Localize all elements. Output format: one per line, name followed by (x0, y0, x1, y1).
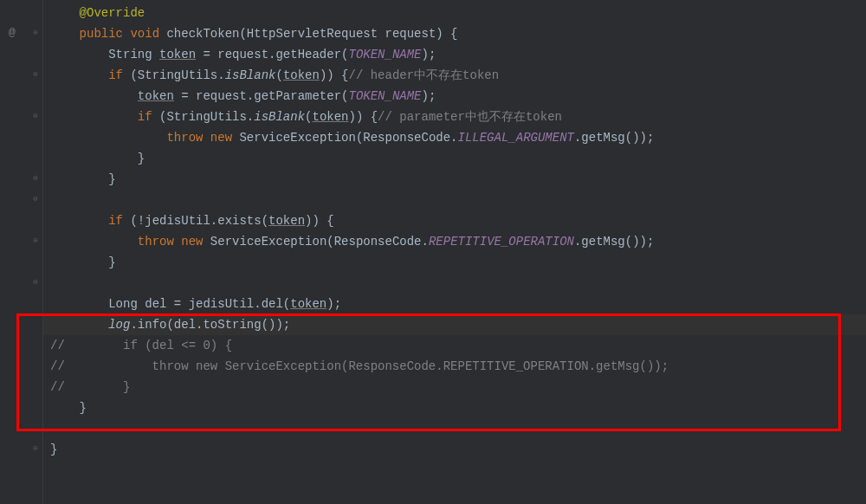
fold-icon[interactable]: ⊖ (31, 273, 40, 290)
fold-icon[interactable]: ⊖ (31, 65, 40, 82)
fold-icon[interactable]: ⊖ (31, 169, 40, 186)
code-line[interactable]: token = request.getParameter(TOKEN_NAME)… (43, 86, 866, 107)
code-line[interactable]: // throw new ServiceException(ResponseCo… (43, 356, 866, 377)
code-line[interactable]: public void checkToken(HttpServletReques… (43, 23, 866, 44)
code-line[interactable] (43, 190, 866, 210)
code-line[interactable]: String token = request.getHeader(TOKEN_N… (43, 44, 866, 65)
code-line[interactable]: log.info(del.toString()); (43, 314, 866, 335)
code-area[interactable]: @Override public void checkToken(HttpSer… (43, 0, 866, 504)
annotation (50, 6, 80, 20)
code-line[interactable]: if (!jedisUtil.exists(token)) { (43, 210, 866, 231)
fold-icon[interactable]: ⊖ (31, 107, 40, 124)
code-line[interactable]: // if (del <= 0) { (43, 335, 866, 356)
override-icon: @ (5, 23, 19, 41)
code-line[interactable] (43, 418, 866, 439)
code-line[interactable]: if (StringUtils.isBlank(token)) {// head… (43, 65, 866, 86)
fold-icon[interactable]: ⊖ (31, 231, 40, 249)
fold-icon[interactable]: ⊖ (31, 23, 40, 41)
code-line[interactable]: throw new ServiceException(ResponseCode.… (43, 127, 866, 148)
code-line[interactable]: } (43, 397, 866, 418)
fold-icon[interactable]: ⊖ (31, 190, 40, 207)
code-line[interactable]: } (43, 169, 866, 190)
code-line[interactable]: } (43, 148, 866, 169)
code-line[interactable]: } (43, 252, 866, 273)
code-line[interactable] (43, 273, 866, 294)
fold-icon[interactable]: ⊖ (31, 439, 40, 456)
code-line[interactable]: } (43, 439, 866, 460)
code-line[interactable]: throw new ServiceException(ResponseCode.… (43, 231, 866, 252)
editor-gutter: @ ⊖ ⊖ ⊖ ⊖ ⊖ ⊖ ⊖ ⊖ (0, 0, 43, 504)
code-line[interactable]: Long del = jedisUtil.del(token); (43, 294, 866, 314)
code-editor[interactable]: @ ⊖ ⊖ ⊖ ⊖ ⊖ ⊖ ⊖ ⊖ @Override public void … (0, 0, 866, 504)
code-line[interactable]: if (StringUtils.isBlank(token)) {// para… (43, 107, 866, 127)
code-line[interactable]: @Override (43, 3, 866, 23)
code-line[interactable]: // } (43, 377, 866, 397)
